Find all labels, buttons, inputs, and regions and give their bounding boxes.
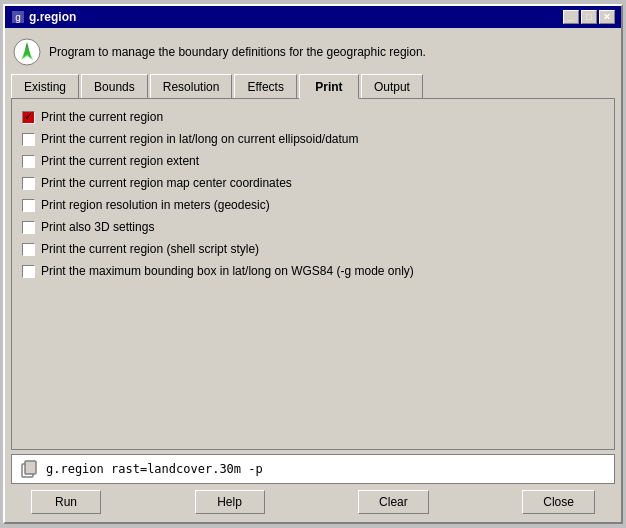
command-text: g.region rast=landcover.30m -p [46,462,263,476]
checkbox-label-2: Print the current region in lat/long on … [41,132,359,146]
checkbox-wgs84[interactable] [22,265,35,278]
title-bar-buttons: _ □ ✕ [563,10,615,24]
checkbox-row-5: Print region resolution in meters (geode… [22,197,604,213]
bottom-area: g.region rast=landcover.30m -p Run Help … [11,454,615,516]
checkbox-row-1: Print the current region [22,109,604,125]
checkbox-print-current-region[interactable] [22,111,35,124]
checkbox-label-1: Print the current region [41,110,163,124]
checkbox-row-6: Print also 3D settings [22,219,604,235]
tabs-container: Existing Bounds Resolution Effects Print… [11,74,615,450]
tab-existing[interactable]: Existing [11,74,79,98]
title-bar-left: g g.region [11,10,76,24]
tab-bounds[interactable]: Bounds [81,74,148,98]
svg-text:g: g [15,12,21,23]
checkbox-latlong[interactable] [22,133,35,146]
checkbox-row-3: Print the current region extent [22,153,604,169]
close-button[interactable]: Close [522,490,595,514]
svg-rect-6 [25,461,36,474]
checkbox-row-8: Print the maximum bounding box in lat/lo… [22,263,604,279]
app-icon: g [11,10,25,24]
help-button[interactable]: Help [195,490,265,514]
checkbox-row-4: Print the current region map center coor… [22,175,604,191]
description-area: Program to manage the boundary definitio… [11,34,615,70]
tab-output[interactable]: Output [361,74,423,98]
maximize-button[interactable]: □ [581,10,597,24]
button-row: Run Help Clear Close [11,488,615,516]
checkbox-shell[interactable] [22,243,35,256]
run-button[interactable]: Run [31,490,101,514]
checkbox-row-2: Print the current region in lat/long on … [22,131,604,147]
checkbox-label-3: Print the current region extent [41,154,199,168]
checkbox-3d[interactable] [22,221,35,234]
grass-logo-icon [13,38,41,66]
tab-effects[interactable]: Effects [234,74,296,98]
tab-print[interactable]: Print [299,74,359,99]
title-bar: g g.region _ □ ✕ [5,6,621,28]
checkbox-row-7: Print the current region (shell script s… [22,241,604,257]
command-display: g.region rast=landcover.30m -p [11,454,615,484]
clear-button[interactable]: Clear [358,490,429,514]
checkbox-label-5: Print region resolution in meters (geode… [41,198,270,212]
checkbox-label-6: Print also 3D settings [41,220,154,234]
checkbox-resolution[interactable] [22,199,35,212]
window-title: g.region [29,10,76,24]
checkbox-label-4: Print the current region map center coor… [41,176,292,190]
tab-bar: Existing Bounds Resolution Effects Print… [11,74,615,98]
checkbox-label-8: Print the maximum bounding box in lat/lo… [41,264,414,278]
minimize-button[interactable]: _ [563,10,579,24]
checkbox-label-7: Print the current region (shell script s… [41,242,259,256]
close-window-button[interactable]: ✕ [599,10,615,24]
tab-content-print: Print the current region Print the curre… [11,98,615,450]
tab-resolution[interactable]: Resolution [150,74,233,98]
checkbox-extent[interactable] [22,155,35,168]
main-window: g g.region _ □ ✕ Program to manage the b… [3,4,623,524]
copy-icon [20,459,40,479]
checkbox-center[interactable] [22,177,35,190]
window-body: Program to manage the boundary definitio… [5,28,621,522]
window-description: Program to manage the boundary definitio… [49,45,426,59]
